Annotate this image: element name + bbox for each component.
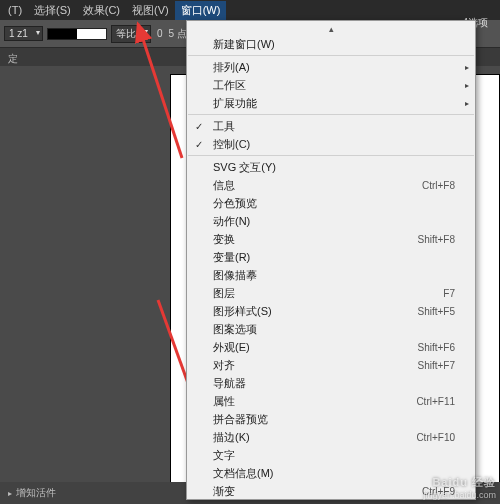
menu-item-label: 分色预览: [213, 196, 455, 211]
menu-item-label: 外观(E): [213, 340, 417, 355]
menu-shortcut: Ctrl+F8: [422, 180, 455, 191]
menu-item-label: 图层: [213, 286, 443, 301]
menu-view[interactable]: 视图(V): [126, 1, 175, 20]
watermark-url: jingyan.baidu.com: [423, 490, 496, 500]
menu-item-label: 渐变: [213, 484, 422, 499]
menu-item[interactable]: 图案选项: [187, 320, 475, 338]
menu-item-label: 工具: [213, 119, 455, 134]
menu-item[interactable]: SVG 交互(Y): [187, 158, 475, 176]
menu-item[interactable]: 排列(A)▸: [187, 58, 475, 76]
menu-shortcut: Shift+F6: [417, 342, 455, 353]
menu-item[interactable]: 拼合器预览: [187, 410, 475, 428]
menu-shortcut: Shift+F7: [417, 360, 455, 371]
check-icon: ✓: [195, 139, 203, 150]
menu-item-label: 导航器: [213, 376, 455, 391]
window-menu-dropdown: ▴ 新建窗口(W)排列(A)▸工作区▸扩展功能▸✓工具✓控制(C)SVG 交互(…: [186, 20, 476, 500]
menu-item[interactable]: 外观(E)Shift+F6: [187, 338, 475, 356]
menu-item[interactable]: 分色预览: [187, 194, 475, 212]
submenu-arrow-icon: ▸: [465, 99, 469, 108]
menu-item[interactable]: ✓控制(C): [187, 135, 475, 153]
menu-item[interactable]: 新建窗口(W): [187, 35, 475, 53]
menubar: (T) 选择(S) 效果(C) 视图(V) 窗口(W): [0, 0, 500, 20]
menu-effect[interactable]: 效果(C): [77, 1, 126, 20]
menu-window[interactable]: 窗口(W): [175, 1, 227, 20]
menu-item-label: SVG 交互(Y): [213, 160, 455, 175]
menu-separator: [188, 155, 474, 156]
menu-item-label: 工作区: [213, 78, 455, 93]
menu-item[interactable]: 动作(N): [187, 212, 475, 230]
menu-shortcut: Ctrl+F10: [416, 432, 455, 443]
menu-item-label: 变量(R): [213, 250, 455, 265]
menu-item[interactable]: 图形样式(S)Shift+F5: [187, 302, 475, 320]
menu-item-label: 属性: [213, 394, 416, 409]
menu-item[interactable]: ✓工具: [187, 117, 475, 135]
menu-select[interactable]: 选择(S): [28, 1, 77, 20]
menu-item[interactable]: 变量(R): [187, 248, 475, 266]
menu-item[interactable]: 信息Ctrl+F8: [187, 176, 475, 194]
menu-item[interactable]: 对齐Shift+F7: [187, 356, 475, 374]
menu-item-label: 信息: [213, 178, 422, 193]
menu-shortcut: Shift+F5: [417, 306, 455, 317]
menu-item-label: 排列(A): [213, 60, 455, 75]
menu-item-label: 对齐: [213, 358, 417, 373]
menu-item-label: 文字: [213, 448, 455, 463]
menu-item[interactable]: 属性Ctrl+F11: [187, 392, 475, 410]
menu-item[interactable]: 图层F7: [187, 284, 475, 302]
menu-item-label: 变换: [213, 232, 417, 247]
menu-item-label: 控制(C): [213, 137, 455, 152]
menu-item-label: 图形样式(S): [213, 304, 417, 319]
menu-shortcut: Shift+F8: [417, 234, 455, 245]
menu-item-label: 新建窗口(W): [213, 37, 455, 52]
zoom-dropdown[interactable]: 1 z1: [4, 26, 43, 41]
watermark: Baidu 经验 jingyan.baidu.com: [423, 475, 496, 500]
scroll-up-arrow[interactable]: ▴: [187, 23, 475, 35]
menu-shortcut: F7: [443, 288, 455, 299]
submenu-arrow-icon: ▸: [465, 63, 469, 72]
menu-item-label: 图像描摹: [213, 268, 455, 283]
annotation-arrow-top: [132, 20, 192, 160]
menu-shortcut: Ctrl+F11: [416, 396, 455, 407]
menu-item[interactable]: 导航器: [187, 374, 475, 392]
menu-item[interactable]: 描边(K)Ctrl+F10: [187, 428, 475, 446]
menu-item[interactable]: 文字: [187, 446, 475, 464]
watermark-brand: Baidu 经验: [423, 475, 496, 490]
menu-item[interactable]: 图像描摹: [187, 266, 475, 284]
menu-separator: [188, 55, 474, 56]
submenu-arrow-icon: ▸: [465, 81, 469, 90]
menu-item-label: 描边(K): [213, 430, 416, 445]
menu-item-label: 文档信息(M): [213, 466, 455, 481]
menu-item-label: 拼合器预览: [213, 412, 455, 427]
menu-item[interactable]: 扩展功能▸: [187, 94, 475, 112]
svg-line-0: [138, 24, 182, 158]
status-label: 增知活件: [16, 486, 56, 500]
chevron-right-icon[interactable]: ▸: [8, 489, 12, 498]
menu-item-label: 图案选项: [213, 322, 455, 337]
menu-separator: [188, 114, 474, 115]
menu-item-label: 扩展功能: [213, 96, 455, 111]
stroke-preview[interactable]: [47, 28, 107, 40]
check-icon: ✓: [195, 121, 203, 132]
menu-t[interactable]: (T): [2, 2, 28, 18]
menu-item[interactable]: 变换Shift+F8: [187, 230, 475, 248]
menu-item[interactable]: 工作区▸: [187, 76, 475, 94]
menu-item-label: 动作(N): [213, 214, 455, 229]
